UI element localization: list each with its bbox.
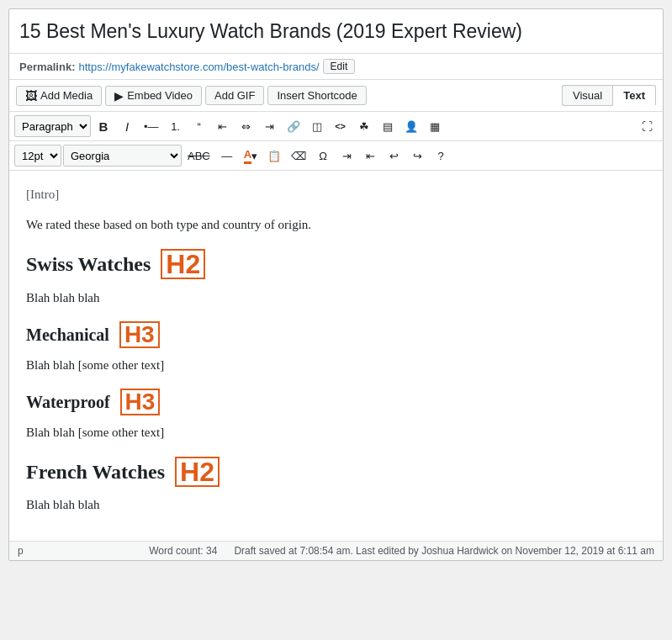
indent-button[interactable]: ⇥ bbox=[336, 145, 357, 167]
view-tabs: Visual Text bbox=[562, 85, 656, 106]
redo-button[interactable]: ↪ bbox=[406, 145, 428, 167]
clear-format-button[interactable]: ⌫ bbox=[287, 145, 310, 167]
media-bar: 🖼 Add Media ▶ Embed Video Add GIF Insert… bbox=[9, 80, 663, 112]
editor-footer: p Word count: 34 Draft saved at 7:08:54 … bbox=[9, 541, 663, 560]
color-dropdown-arrow: ▾ bbox=[251, 150, 257, 162]
format-select[interactable]: Paragraph Heading 1 Heading 2 Heading 3 bbox=[14, 115, 91, 137]
waterproof-h3-badge: H3 bbox=[120, 389, 161, 415]
font-color-icon: A bbox=[244, 148, 251, 164]
abc-text: ABC bbox=[188, 150, 210, 162]
french-watches-body: Blah blah blah bbox=[26, 495, 646, 515]
add-media-button[interactable]: 🖼 Add Media bbox=[16, 86, 102, 106]
add-gif-button[interactable]: Add GIF bbox=[205, 86, 264, 105]
add-media-icon: 🖼 bbox=[25, 89, 37, 103]
french-watches-heading: French Watches bbox=[26, 456, 165, 488]
embed-video-button[interactable]: ▶ Embed Video bbox=[105, 86, 202, 106]
font-color-button[interactable]: A ▾ bbox=[240, 145, 262, 167]
special-chars-button[interactable]: Ω bbox=[312, 145, 334, 167]
post-title-area bbox=[9, 9, 663, 54]
waterproof-heading: Waterproof bbox=[26, 389, 110, 415]
fullscreen-button[interactable]: ⛶ bbox=[636, 115, 658, 137]
permalink-row: Permalink: https://myfakewatchstore.com/… bbox=[9, 54, 663, 80]
mechanical-heading: Mechanical bbox=[26, 321, 109, 348]
align-center-button[interactable]: ⇔ bbox=[235, 115, 257, 137]
swiss-watches-heading-row: Swiss Watches H2 bbox=[26, 248, 646, 280]
permalink-url[interactable]: https://myfakewatchstore.com/best-watch-… bbox=[78, 61, 319, 73]
embed-video-icon: ▶ bbox=[114, 89, 124, 103]
permalink-edit-button[interactable]: Edit bbox=[323, 59, 356, 74]
text-tab[interactable]: Text bbox=[612, 85, 656, 106]
word-count-label: Word count: bbox=[149, 545, 203, 557]
grid-button[interactable]: ▦ bbox=[424, 115, 446, 137]
insert-shortcode-button[interactable]: Insert Shortcode bbox=[267, 86, 366, 105]
align-left-button[interactable]: ⇤ bbox=[212, 115, 234, 137]
mechanical-h3-badge: H3 bbox=[119, 321, 160, 348]
table-button[interactable]: ◫ bbox=[306, 115, 328, 137]
mechanical-heading-row: Mechanical H3 bbox=[26, 321, 646, 348]
person-button[interactable]: 👤 bbox=[400, 115, 422, 137]
link-button[interactable]: 🔗 bbox=[283, 115, 304, 137]
swiss-watches-body: Blah blah blah bbox=[26, 288, 646, 308]
outdent-button[interactable]: ⇤ bbox=[359, 145, 381, 167]
fontsize-select[interactable]: 12pt 14pt 16pt bbox=[14, 145, 61, 167]
toolbar-row2: 12pt 14pt 16pt Georgia Arial Times New R… bbox=[9, 141, 663, 171]
path-indicator: p bbox=[18, 545, 24, 557]
word-count-value: 34 bbox=[206, 545, 217, 557]
puzzle-button[interactable]: ☘ bbox=[353, 115, 375, 137]
editor-container: Permalink: https://myfakewatchstore.com/… bbox=[8, 8, 664, 561]
mechanical-body: Blah blah [some other text] bbox=[26, 355, 646, 375]
draft-status: Draft saved at 7:08:54 am. Last edited b… bbox=[234, 545, 654, 557]
italic-button[interactable]: I bbox=[116, 115, 138, 137]
ordered-list-button[interactable]: 1. bbox=[165, 115, 187, 137]
french-watches-heading-row: French Watches H2 bbox=[26, 456, 646, 488]
permalink-label: Permalink: bbox=[19, 61, 75, 73]
horizontal-rule-button[interactable]: — bbox=[216, 145, 238, 167]
swiss-watches-h2-badge: H2 bbox=[161, 249, 205, 279]
waterproof-body: Blah blah [some other text] bbox=[26, 422, 646, 442]
chart-button[interactable]: ▤ bbox=[377, 115, 399, 137]
visual-tab[interactable]: Visual bbox=[562, 85, 612, 106]
align-right-button[interactable]: ⇥ bbox=[259, 115, 281, 137]
swiss-watches-heading: Swiss Watches bbox=[26, 248, 151, 280]
html-button[interactable]: <> bbox=[330, 115, 352, 137]
intro-text: [Intro] bbox=[26, 184, 646, 204]
bold-button[interactable]: B bbox=[93, 115, 114, 137]
waterproof-heading-row: Waterproof H3 bbox=[26, 389, 646, 415]
undo-button[interactable]: ↩ bbox=[383, 145, 405, 167]
path-label: p bbox=[18, 545, 24, 557]
editor-content[interactable]: [Intro] We rated these based on both typ… bbox=[9, 171, 663, 541]
toolbar-row1: Paragraph Heading 1 Heading 2 Heading 3 … bbox=[9, 112, 663, 141]
footer-right: Word count: 34 Draft saved at 7:08:54 am… bbox=[149, 545, 654, 557]
strikethrough-button[interactable]: ABC bbox=[183, 145, 214, 167]
post-title-input[interactable] bbox=[19, 18, 653, 45]
subtitle-text: We rated these based on both type and co… bbox=[26, 214, 646, 235]
blockquote-button[interactable]: “ bbox=[188, 115, 210, 137]
paste-as-text-button[interactable]: 📋 bbox=[263, 145, 285, 167]
font-family-select[interactable]: Georgia Arial Times New Roman bbox=[63, 145, 182, 167]
french-watches-h2-badge: H2 bbox=[175, 457, 220, 487]
unordered-list-button[interactable]: •— bbox=[140, 115, 163, 137]
help-button[interactable]: ? bbox=[430, 145, 452, 167]
